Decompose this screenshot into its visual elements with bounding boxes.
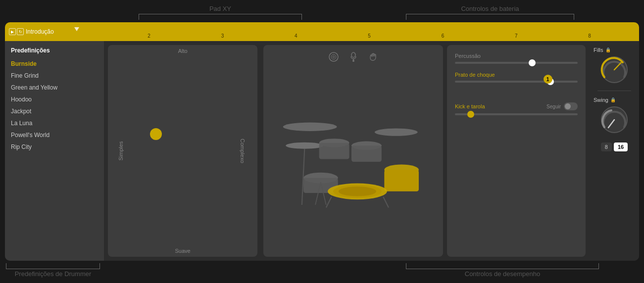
ruler-mark-2: 2 bbox=[148, 33, 150, 39]
percussao-label: Percussão bbox=[455, 53, 578, 59]
choque-badge: 1 bbox=[544, 75, 552, 84]
presets-annotation: Predefinições de Drummer bbox=[15, 270, 92, 278]
main-container: ▶ ↻ Introdução 2 3 4 5 6 7 8 Predefiniçõ… bbox=[5, 22, 639, 261]
sidebar-item-hoodoo[interactable]: Hoodoo bbox=[5, 94, 104, 105]
pad-xy[interactable]: Alto Suave Simples Complexo bbox=[108, 45, 257, 257]
svg-point-3 bbox=[351, 52, 355, 57]
swing-section: Swing 🔒 bbox=[594, 97, 635, 135]
sidebar-item-fine-grind[interactable]: Fine Grind bbox=[5, 70, 104, 82]
drum-kit-svg bbox=[272, 66, 434, 236]
playhead bbox=[74, 27, 79, 31]
section-name: Introdução bbox=[26, 28, 54, 35]
seguir-toggle[interactable] bbox=[564, 102, 578, 110]
svg-point-19 bbox=[339, 187, 376, 196]
sidebar-title: Predefinições bbox=[5, 45, 104, 58]
sidebar-item-burnside[interactable]: Burnside bbox=[5, 58, 104, 70]
svg-point-0 bbox=[329, 52, 338, 61]
seguir-group: Seguir bbox=[546, 102, 578, 110]
toggle-knob bbox=[565, 103, 571, 109]
ruler-mark-6: 6 bbox=[442, 33, 445, 39]
kick-slider[interactable] bbox=[455, 113, 578, 115]
performance-annotation: Controlos de desempenho bbox=[465, 270, 541, 278]
kick-label: Kick e tarola bbox=[455, 103, 485, 109]
mic-icon[interactable] bbox=[347, 51, 359, 65]
percussao-slider[interactable] bbox=[455, 62, 578, 64]
ruler-mark-4: 4 bbox=[295, 33, 297, 39]
svg-point-6 bbox=[283, 122, 337, 131]
svg-point-8 bbox=[286, 142, 324, 149]
fills-section: Fills 🔒 bbox=[594, 47, 635, 85]
svg-rect-14 bbox=[385, 170, 419, 191]
beat-8-button[interactable]: 8 bbox=[601, 142, 612, 151]
sidebar-item-powells-world[interactable]: Powell's World bbox=[5, 129, 104, 141]
swing-label-row: Swing 🔒 bbox=[594, 97, 635, 103]
content-area: Predefinições Burnside Fine Grind Green … bbox=[5, 41, 639, 261]
sidebar-item-rip-city[interactable]: Rip City bbox=[5, 141, 104, 153]
kick-header: Kick e tarola Seguir bbox=[455, 102, 578, 110]
svg-point-7 bbox=[375, 128, 418, 136]
sidebar: Predefinições Burnside Fine Grind Green … bbox=[5, 41, 104, 261]
swing-knob[interactable] bbox=[599, 105, 629, 135]
controls-panel: Percussão Prato de choque 1 K bbox=[447, 45, 586, 257]
svg-line-23 bbox=[326, 196, 332, 207]
timeline-label: ▶ ↻ Introdução bbox=[5, 28, 58, 35]
beat-buttons: 8 16 bbox=[601, 142, 628, 151]
pad-xy-annotation: Pad XY bbox=[209, 5, 231, 12]
ruler-mark-5: 5 bbox=[368, 33, 371, 39]
knob-divider bbox=[597, 91, 631, 91]
choque-label: Prato de choque bbox=[455, 72, 578, 78]
controls-bateria-annotation: Controlos de bateria bbox=[461, 5, 519, 12]
pad-label-right: Complexo bbox=[240, 139, 246, 163]
ruler-mark-8: 8 bbox=[588, 33, 591, 39]
drum-area bbox=[263, 45, 443, 257]
fills-label: Fills bbox=[594, 47, 603, 53]
hand-icon[interactable] bbox=[367, 51, 379, 65]
swing-lock-icon: 🔒 bbox=[610, 97, 616, 102]
play-icon[interactable]: ▶ bbox=[9, 28, 16, 35]
fills-knob[interactable] bbox=[599, 55, 629, 85]
choque-slider[interactable] bbox=[455, 81, 578, 83]
percussao-section: Percussão bbox=[455, 53, 578, 64]
pad-dot[interactable] bbox=[150, 128, 162, 140]
pad-label-left: Simples bbox=[118, 141, 124, 160]
pad-label-bottom: Suave bbox=[175, 248, 191, 254]
svg-point-5 bbox=[352, 60, 354, 62]
svg-line-24 bbox=[384, 196, 389, 207]
loop-icon[interactable]: ↻ bbox=[17, 28, 24, 35]
sidebar-item-green-yellow[interactable]: Green and Yellow bbox=[5, 82, 104, 94]
svg-point-1 bbox=[331, 54, 336, 59]
hihat-icon[interactable] bbox=[328, 51, 340, 65]
sidebar-item-jackpot[interactable]: Jackpot bbox=[5, 105, 104, 117]
choque-section: Prato de choque 1 bbox=[455, 72, 578, 83]
sidebar-item-la-luna[interactable]: La Luna bbox=[5, 117, 104, 129]
fills-label-row: Fills 🔒 bbox=[594, 47, 635, 53]
seguir-label: Seguir bbox=[546, 104, 561, 109]
spacer bbox=[455, 91, 578, 94]
beat-16-button[interactable]: 16 bbox=[614, 142, 628, 151]
svg-point-2 bbox=[333, 56, 335, 58]
ruler-mark-3: 3 bbox=[221, 33, 224, 39]
ruler-mark-7: 7 bbox=[515, 33, 518, 39]
kick-section: Kick e tarola Seguir bbox=[455, 102, 578, 115]
choque-slider-container: 1 bbox=[455, 81, 578, 83]
swing-label: Swing bbox=[594, 97, 608, 103]
drum-icons-row bbox=[328, 51, 379, 65]
svg-rect-10 bbox=[319, 143, 349, 159]
timeline-icons: ▶ ↻ bbox=[9, 28, 24, 35]
knobs-panel: Fills 🔒 bbox=[590, 41, 639, 261]
timeline-bar: ▶ ↻ Introdução 2 3 4 5 6 7 8 bbox=[5, 22, 639, 41]
fills-lock-icon: 🔒 bbox=[605, 47, 611, 52]
svg-rect-12 bbox=[351, 145, 382, 162]
pad-label-top: Alto bbox=[178, 48, 188, 54]
